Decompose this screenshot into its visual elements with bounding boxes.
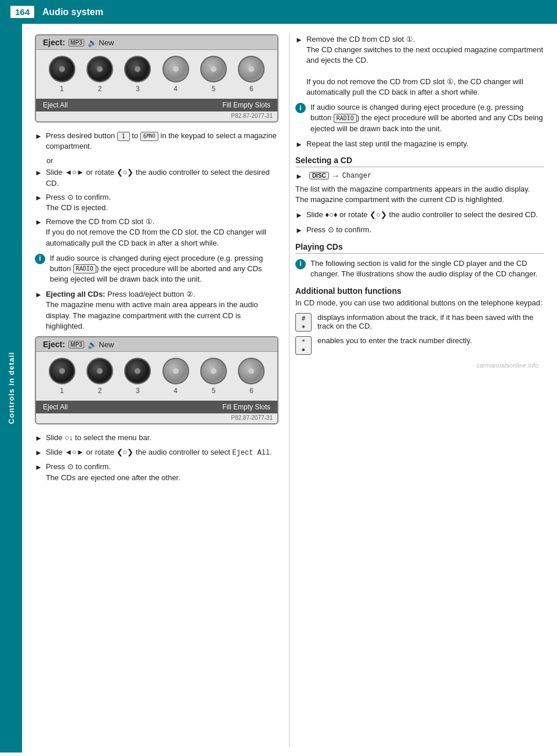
eject-all-text: Ejecting all CDs: Press load/eject butto…: [46, 289, 278, 332]
slot-disc-5: [200, 56, 227, 82]
instruction-2-text: Slide ◄○► or rotate ❮○❯ the audio contro…: [46, 167, 278, 188]
eject-panel-1: Eject: MP3 🔊 New 1 2 3: [35, 34, 278, 123]
mp3-badge-2: MP3: [68, 341, 84, 348]
sel-confirm-item: ► Press ⊙ to confirm.: [295, 225, 544, 236]
instruction-1: ► Press desired button 1 to 6MNO in the …: [35, 131, 278, 152]
slide-menu-text: Slide ○↓ to select the menu bar.: [46, 433, 151, 443]
disc-item: ► DISC → Changer: [295, 171, 544, 181]
sel-confirm-text: Press ⊙ to confirm.: [306, 225, 371, 235]
info-text-1: If audio source is changed during eject …: [50, 253, 278, 285]
radio-key-2: RADIO: [334, 114, 357, 123]
btn-func-row-2: *✱ enables you to enter the track number…: [295, 336, 544, 355]
right-bullet-repeat: ► Repeat the last step until the magazin…: [295, 139, 544, 150]
btn-star-desc: enables you to enter the track number di…: [317, 336, 472, 345]
eject-status-2: 🔊 New: [88, 340, 114, 349]
btn-func-table: #◈ displays information about the track,…: [295, 313, 544, 355]
panel-code-1: P82.87-2077-31: [36, 111, 277, 121]
playing-heading: Playing CDs: [295, 242, 544, 254]
changer-mono: Changer: [342, 172, 371, 180]
instruction-3-text: Press ⊙ to confirm.The CD is ejected.: [46, 192, 111, 213]
eject-status-1: 🔊 New: [88, 38, 114, 47]
slot2-5: 5: [200, 358, 227, 395]
slot-num-3: 3: [136, 85, 140, 93]
instruction-4: ► Remove the CD from CD slot ①.If you do…: [35, 217, 278, 249]
disc-badge: DISC: [309, 172, 329, 179]
arrow-1: ►: [35, 131, 42, 142]
page-number: 164: [10, 6, 34, 18]
info-icon-3: i: [295, 259, 306, 269]
arrow-8: ►: [35, 462, 42, 473]
mp3-badge-1: MP3: [68, 39, 84, 46]
sel-slide-text: Slide ♦○♦ or rotate ❮○❯ the audio contro…: [306, 210, 538, 220]
slot-2: 2: [86, 56, 113, 93]
arrow-3: ►: [35, 193, 42, 203]
slot2-disc-5: [200, 358, 227, 384]
eject-slots-2: 1 2 3 4 5: [36, 352, 277, 397]
slot-num-1: 1: [60, 85, 64, 93]
eject-panel-1-footer: Eject All Fill Empty Slots: [36, 99, 277, 111]
watermark: carmanualsonline.info: [295, 359, 544, 371]
additional-intro: In CD mode, you can use two additional b…: [295, 298, 544, 308]
fill-empty-label-2: Fill Empty Slots: [222, 403, 270, 411]
right-column: ► Remove the CD from CD slot ①.The CD ch…: [289, 34, 557, 747]
eject-panel-1-header: Eject: MP3 🔊 New: [36, 35, 277, 50]
right-instructions-2: ► Repeat the last step until the magazin…: [295, 139, 544, 150]
slot-num-6: 6: [249, 85, 254, 93]
slot-num-2: 2: [98, 85, 102, 93]
arrow-6: ►: [35, 433, 42, 444]
eject-panel-2-header: Eject: MP3 🔊 New: [36, 337, 277, 352]
selecting-desc: The list with the magazine compartments …: [295, 184, 544, 205]
slot-num-4: 4: [173, 85, 178, 93]
info-text-2: If audio source is changed during eject …: [310, 102, 544, 134]
instruction-3: ► Press ⊙ to confirm.The CD is ejected.: [35, 192, 278, 213]
content-wrapper: Controls in detail Eject: MP3 🔊 New 1: [0, 24, 557, 753]
slot2-num-1: 1: [60, 387, 64, 395]
eject-all-label-2: Eject All: [43, 403, 68, 411]
slot-disc-3: [124, 56, 151, 82]
eject-label-2: Eject:: [43, 340, 65, 349]
slot2-4: 4: [162, 358, 189, 395]
info-box-1: i If audio source is changed during ejec…: [35, 253, 278, 285]
right-remove-text: Remove the CD from CD slot ①.The CD chan…: [306, 34, 544, 98]
slot-4: 4: [162, 56, 189, 93]
eject-panel-2: Eject: MP3 🔊 New 1 2 3: [35, 336, 278, 424]
btn-func-row-1: #◈ displays information about the track,…: [295, 313, 544, 332]
selecting-list: ► Slide ♦○♦ or rotate ❮○❯ the audio cont…: [295, 210, 544, 236]
slot2-num-6: 6: [249, 387, 254, 395]
slide-menu-item: ► Slide ○↓ to select the menu bar.: [35, 433, 278, 444]
header-title: Audio system: [42, 7, 103, 17]
slot-disc-4: [162, 56, 189, 82]
slide-rotate-item: ► Slide ◄○► or rotate ❮○❯ the audio cont…: [35, 447, 278, 458]
header-bar: 164 Audio system: [0, 0, 557, 24]
arrow-2: ►: [35, 168, 42, 178]
right-arrow-1: ►: [295, 35, 303, 45]
left-column: Eject: MP3 🔊 New 1 2 3: [22, 34, 289, 747]
slot-disc-2: [86, 56, 113, 82]
slot2-disc-4: [162, 358, 189, 384]
instruction-2: ► Slide ◄○► or rotate ❮○❯ the audio cont…: [35, 167, 278, 188]
slot2-6: 6: [238, 358, 265, 395]
right-arrow-2: ►: [295, 139, 303, 150]
eject-panel-2-footer: Eject All Fill Empty Slots: [36, 401, 277, 413]
press-confirm-item: ► Press ⊙ to confirm.The CDs are ejected…: [35, 462, 278, 483]
or-text: or: [35, 156, 278, 165]
btn-key-star: *✱: [295, 336, 312, 355]
press-confirm-text: Press ⊙ to confirm.The CDs are ejected o…: [46, 462, 180, 483]
eject-all-label-1: Eject All: [43, 101, 68, 109]
slot2-num-2: 2: [98, 387, 102, 395]
right-bullet-remove: ► Remove the CD from CD slot ①.The CD ch…: [295, 34, 544, 98]
slot2-num-5: 5: [212, 387, 216, 395]
key-1: 1: [117, 132, 130, 141]
btn-key-hash: #◈: [295, 313, 312, 332]
right-instructions-1: ► Remove the CD from CD slot ①.The CD ch…: [295, 34, 544, 98]
btn-hash-desc: displays information about the track, if…: [317, 313, 544, 330]
info-box-3: i The following section is valid for the…: [295, 258, 544, 279]
key-6: 6MNO: [140, 132, 158, 141]
slot2-num-4: 4: [173, 387, 178, 395]
fill-empty-label-1: Fill Empty Slots: [222, 101, 270, 109]
slot2-disc-2: [86, 358, 113, 384]
playing-info-text: The following section is valid for the s…: [310, 258, 544, 279]
after-eject2-list: ► Slide ○↓ to select the menu bar. ► Sli…: [35, 433, 278, 483]
sel-arrow-1: ►: [295, 210, 303, 221]
slot-num-5: 5: [212, 85, 216, 93]
